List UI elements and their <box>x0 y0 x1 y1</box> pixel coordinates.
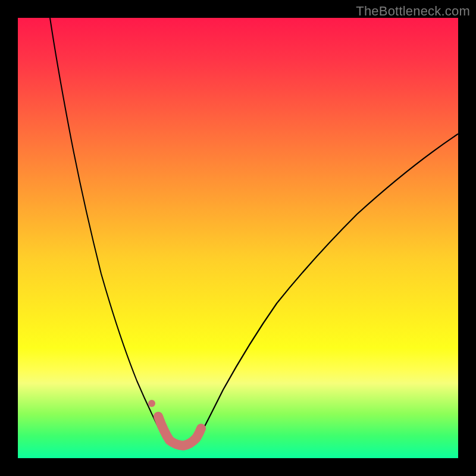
right-curve <box>196 134 458 442</box>
chart-svg <box>18 18 458 458</box>
marker-dot <box>148 400 155 407</box>
plot-area <box>18 18 458 458</box>
valley-marker-stroke <box>158 416 201 446</box>
watermark-text: TheBottleneck.com <box>356 4 470 19</box>
left-curve <box>50 18 167 442</box>
